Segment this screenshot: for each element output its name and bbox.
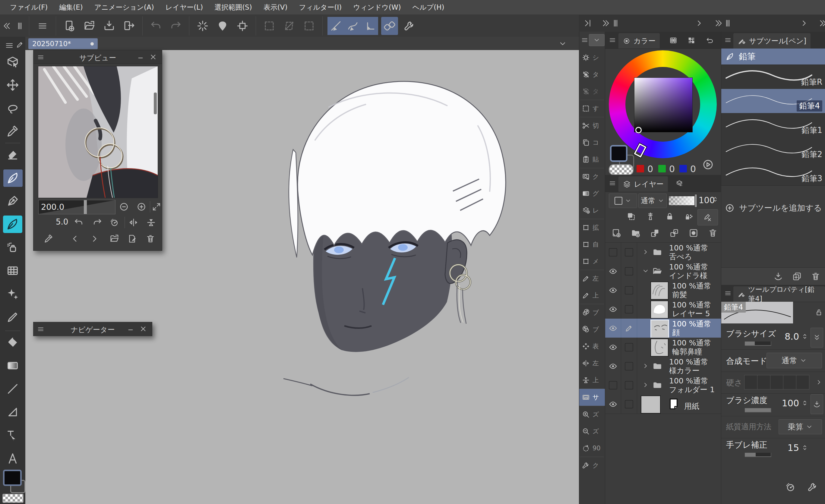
transparent-color-swatch[interactable] (2, 494, 23, 503)
brush-row-selected[interactable]: 鉛筆4 (721, 89, 825, 113)
reference-layer-icon[interactable] (646, 212, 655, 221)
save-button[interactable] (101, 17, 118, 35)
collapse-color-icon[interactable] (695, 19, 704, 28)
subview-zoom-slider[interactable]: 200.0 (38, 200, 116, 214)
main-color-swatch[interactable] (610, 145, 627, 162)
color-history-tab[interactable] (705, 36, 714, 45)
new-file-button[interactable] (61, 17, 78, 35)
collapse-strip-icon[interactable] (583, 19, 592, 28)
tool-pen-selected[interactable] (3, 169, 23, 187)
qa-paste[interactable]: 貼 (579, 151, 605, 168)
advanced-settings-wrench-icon[interactable] (807, 481, 818, 493)
subview-image[interactable] (38, 66, 158, 198)
layer-row[interactable]: 100 %通常レイヤー 5 (605, 300, 721, 319)
redo-button[interactable] (167, 17, 184, 35)
qa-copy[interactable]: コ (579, 134, 605, 151)
qa-quick-settings[interactable]: ク (579, 457, 605, 474)
export-button[interactable] (121, 17, 138, 35)
layer-thumbnail[interactable] (651, 320, 669, 338)
tool-palette-menu-icon[interactable] (5, 41, 14, 50)
saturation-value-square[interactable] (634, 77, 693, 132)
tab-list-chevron-icon[interactable] (558, 39, 567, 48)
visibility-placeholder[interactable] (609, 381, 617, 390)
menu-animation[interactable]: アニメーション(A) (89, 0, 160, 15)
tool-line[interactable] (6, 382, 20, 396)
visibility-eye-icon[interactable] (608, 286, 617, 295)
quick-access-menu-icon[interactable] (581, 36, 588, 44)
tool-airbrush[interactable] (6, 241, 20, 254)
subview-zoom-handle[interactable] (84, 200, 87, 214)
brush-size-slider[interactable] (745, 342, 771, 346)
previous-image-button[interactable] (68, 232, 81, 245)
layer-opacity-slider[interactable] (669, 196, 697, 205)
color-panel-menu-icon[interactable] (609, 36, 616, 44)
layer-thumbnail[interactable] (651, 301, 669, 319)
visibility-eye-icon[interactable] (608, 324, 617, 333)
subview-minimize-icon[interactable] (137, 53, 144, 61)
visibility-eye-icon[interactable] (608, 267, 617, 276)
checkbox[interactable] (625, 305, 633, 314)
document-tab[interactable]: 20250710* (28, 38, 98, 49)
lock-layer-icon[interactable] (665, 212, 675, 221)
new-layer-folder-icon[interactable] (630, 228, 641, 238)
qa-mesh-transform[interactable]: メ (579, 253, 605, 270)
layer-opacity-handle[interactable] (694, 194, 697, 207)
tool-property-menu-icon[interactable] (724, 290, 732, 297)
fit-to-window-icon[interactable] (150, 200, 163, 213)
collapse-left-icon[interactable] (3, 21, 12, 30)
zoom-out-button[interactable] (117, 200, 131, 213)
qa-select-all[interactable]: す (579, 100, 605, 117)
checkbox[interactable] (625, 286, 633, 295)
density-source-button[interactable] (811, 394, 823, 414)
flip-vertical-button[interactable] (144, 216, 158, 229)
collapse-subtool-icon[interactable] (800, 19, 809, 28)
command-bar-menu-icon[interactable] (34, 17, 51, 35)
main-color-swatch[interactable] (3, 470, 22, 486)
qa-gradient[interactable]: グ (579, 185, 605, 202)
grip-icon[interactable] (611, 19, 620, 28)
tool-ruler[interactable] (6, 428, 20, 442)
hardness-expand-icon[interactable] (815, 379, 823, 386)
undo-button[interactable] (147, 17, 164, 35)
next-image-button[interactable] (88, 232, 101, 245)
menu-help[interactable]: ヘルプ(H) (407, 0, 450, 15)
qa-rotate-disabled[interactable]: タ (579, 83, 605, 100)
auto-eyedropper-button[interactable] (42, 232, 55, 245)
qa-cut[interactable]: 切 (579, 117, 605, 134)
tool-text[interactable] (6, 451, 20, 466)
layer-thumbnail[interactable] (641, 396, 661, 414)
layer-row-folder[interactable]: 100 %通常舌ぺろ (605, 243, 721, 262)
visibility-eye-icon[interactable] (608, 343, 617, 352)
visibility-eye-icon[interactable] (608, 400, 617, 409)
qa-subview-selected[interactable]: サ (579, 389, 605, 406)
expand-color-icon[interactable] (714, 19, 723, 28)
expand-subtool-icon[interactable] (818, 19, 825, 28)
tool-property-tab[interactable]: ツールプロパティ[鉛筆4] (733, 286, 825, 302)
import-image-button[interactable] (108, 232, 121, 245)
tool-gradient[interactable] (6, 359, 20, 372)
folder-collapsed-chevron-icon[interactable] (642, 248, 649, 256)
crop-canvas-button[interactable] (234, 17, 251, 35)
selection-border-button[interactable] (261, 17, 278, 35)
checkbox[interactable] (625, 248, 633, 257)
layer-palette-dropdown[interactable] (609, 193, 637, 208)
merge-to-lower-layer-icon[interactable] (669, 228, 679, 238)
tool-operation[interactable] (6, 55, 20, 69)
blend-mode-dropdown[interactable]: 通常 (639, 193, 667, 208)
transfer-to-lower-layer-icon[interactable] (650, 228, 660, 238)
visibility-placeholder[interactable] (609, 248, 617, 257)
layer-thumbnail[interactable] (651, 339, 669, 357)
reset-defaults-icon[interactable] (784, 481, 796, 493)
blend-mode-dropdown[interactable]: 通常 (766, 353, 822, 368)
animation-cels-tab[interactable] (669, 36, 678, 45)
delete-subtool-icon[interactable] (811, 271, 821, 281)
qa-flip-canvas-v[interactable]: 上 (579, 287, 605, 304)
density-spinner-icon[interactable] (801, 399, 809, 407)
paper-texture-dropdown[interactable]: 乗算 (778, 419, 822, 434)
settings-wrench-icon[interactable] (401, 17, 418, 35)
stabilization-slider[interactable] (745, 453, 771, 457)
tool-fill[interactable] (6, 335, 20, 349)
brush-row[interactable]: 鉛筆1 (721, 113, 825, 138)
invert-selection-button[interactable] (214, 17, 231, 35)
duplicate-subtool-icon[interactable] (792, 271, 802, 281)
